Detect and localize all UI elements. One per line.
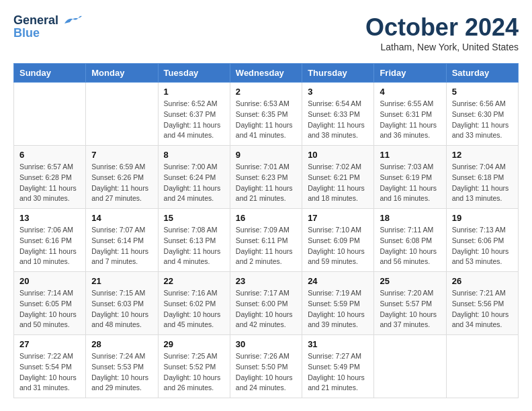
day-detail: Sunrise: 7:09 AMSunset: 6:11 PMDaylight:…: [236, 225, 296, 267]
title-block: October 2024 Latham, New York, United St…: [365, 13, 519, 52]
logo-bird-icon: [63, 15, 82, 26]
day-number: 12: [452, 150, 513, 160]
day-detail: Sunrise: 6:54 AMSunset: 6:33 PMDaylight:…: [308, 99, 368, 141]
day-number: 16: [236, 213, 296, 223]
day-number: 20: [19, 276, 80, 286]
day-detail: Sunrise: 7:22 AMSunset: 5:54 PMDaylight:…: [19, 351, 80, 394]
calendar-cell: 31Sunrise: 7:27 AMSunset: 5:49 PMDayligh…: [302, 335, 374, 398]
day-detail: Sunrise: 7:17 AMSunset: 6:00 PMDaylight:…: [236, 288, 296, 330]
weekday-header-thursday: Thursday: [302, 64, 374, 83]
day-detail: Sunrise: 7:26 AMSunset: 5:50 PMDaylight:…: [236, 351, 296, 394]
calendar-cell: 23Sunrise: 7:17 AMSunset: 6:00 PMDayligh…: [230, 272, 302, 335]
day-number: 13: [19, 213, 80, 223]
day-detail: Sunrise: 7:07 AMSunset: 6:14 PMDaylight:…: [91, 225, 152, 267]
calendar-cell: 26Sunrise: 7:21 AMSunset: 5:56 PMDayligh…: [446, 272, 518, 335]
day-detail: Sunrise: 7:06 AMSunset: 6:16 PMDaylight:…: [19, 225, 80, 267]
calendar-cell: 7Sunrise: 6:59 AMSunset: 6:26 PMDaylight…: [86, 146, 158, 209]
calendar-cell: 19Sunrise: 7:13 AMSunset: 6:06 PMDayligh…: [446, 209, 518, 272]
day-number: 27: [19, 339, 80, 349]
day-detail: Sunrise: 7:04 AMSunset: 6:18 PMDaylight:…: [452, 162, 513, 204]
day-number: 11: [380, 150, 440, 160]
day-detail: Sunrise: 7:11 AMSunset: 6:08 PMDaylight:…: [380, 225, 440, 267]
calendar-cell: 27Sunrise: 7:22 AMSunset: 5:54 PMDayligh…: [14, 335, 86, 398]
day-detail: Sunrise: 7:08 AMSunset: 6:13 PMDaylight:…: [164, 225, 224, 267]
day-detail: Sunrise: 7:16 AMSunset: 6:02 PMDaylight:…: [164, 288, 224, 330]
calendar-table: SundayMondayTuesdayWednesdayThursdayFrid…: [13, 63, 519, 398]
calendar-cell: 18Sunrise: 7:11 AMSunset: 6:08 PMDayligh…: [374, 209, 446, 272]
day-number: 3: [308, 87, 368, 97]
day-detail: Sunrise: 7:24 AMSunset: 5:53 PMDaylight:…: [91, 351, 152, 394]
day-detail: Sunrise: 7:00 AMSunset: 6:24 PMDaylight:…: [164, 162, 224, 204]
day-number: 10: [308, 150, 368, 160]
calendar-week-5: 27Sunrise: 7:22 AMSunset: 5:54 PMDayligh…: [14, 335, 519, 398]
calendar-cell: 10Sunrise: 7:02 AMSunset: 6:21 PMDayligh…: [302, 146, 374, 209]
page-header: General Blue October 2024 Latham, New Yo…: [13, 13, 519, 52]
day-number: 24: [308, 276, 368, 286]
day-number: 17: [308, 213, 368, 223]
calendar-cell: 21Sunrise: 7:15 AMSunset: 6:03 PMDayligh…: [86, 272, 158, 335]
day-number: 8: [164, 150, 224, 160]
day-detail: Sunrise: 6:52 AMSunset: 6:37 PMDaylight:…: [164, 99, 224, 141]
weekday-header-tuesday: Tuesday: [158, 64, 230, 83]
calendar-cell: [86, 83, 158, 146]
calendar-cell: [374, 335, 446, 398]
calendar-cell: 14Sunrise: 7:07 AMSunset: 6:14 PMDayligh…: [86, 209, 158, 272]
day-number: 19: [452, 213, 513, 223]
calendar-cell: 29Sunrise: 7:25 AMSunset: 5:52 PMDayligh…: [158, 335, 230, 398]
day-detail: Sunrise: 7:25 AMSunset: 5:52 PMDaylight:…: [164, 351, 224, 394]
day-number: 21: [91, 276, 152, 286]
day-number: 23: [236, 276, 296, 286]
calendar-cell: 20Sunrise: 7:14 AMSunset: 6:05 PMDayligh…: [14, 272, 86, 335]
day-number: 31: [308, 339, 368, 349]
calendar-cell: 16Sunrise: 7:09 AMSunset: 6:11 PMDayligh…: [230, 209, 302, 272]
day-number: 1: [164, 87, 224, 97]
day-number: 25: [380, 276, 440, 286]
day-number: 15: [164, 213, 224, 223]
day-detail: Sunrise: 7:21 AMSunset: 5:56 PMDaylight:…: [452, 288, 513, 330]
calendar-cell: 5Sunrise: 6:56 AMSunset: 6:30 PMDaylight…: [446, 83, 518, 146]
day-detail: Sunrise: 7:03 AMSunset: 6:19 PMDaylight:…: [380, 162, 440, 204]
day-detail: Sunrise: 7:10 AMSunset: 6:09 PMDaylight:…: [308, 225, 368, 267]
day-number: 2: [236, 87, 296, 97]
day-number: 29: [164, 339, 224, 349]
day-number: 14: [91, 213, 152, 223]
calendar-cell: [14, 83, 86, 146]
calendar-cell: 15Sunrise: 7:08 AMSunset: 6:13 PMDayligh…: [158, 209, 230, 272]
logo: General Blue: [13, 13, 82, 40]
weekday-header-sunday: Sunday: [14, 64, 86, 83]
weekday-header-friday: Friday: [374, 64, 446, 83]
day-number: 30: [236, 339, 296, 349]
weekday-header-monday: Monday: [86, 64, 158, 83]
calendar-cell: 12Sunrise: 7:04 AMSunset: 6:18 PMDayligh…: [446, 146, 518, 209]
month-title: October 2024: [365, 13, 519, 42]
calendar-cell: 17Sunrise: 7:10 AMSunset: 6:09 PMDayligh…: [302, 209, 374, 272]
day-detail: Sunrise: 7:27 AMSunset: 5:49 PMDaylight:…: [308, 351, 368, 394]
day-detail: Sunrise: 7:13 AMSunset: 6:06 PMDaylight:…: [452, 225, 513, 267]
weekday-header-saturday: Saturday: [446, 64, 518, 83]
day-detail: Sunrise: 6:56 AMSunset: 6:30 PMDaylight:…: [452, 99, 513, 141]
calendar-cell: 11Sunrise: 7:03 AMSunset: 6:19 PMDayligh…: [374, 146, 446, 209]
calendar-cell: 13Sunrise: 7:06 AMSunset: 6:16 PMDayligh…: [14, 209, 86, 272]
day-number: 9: [236, 150, 296, 160]
calendar-cell: [446, 335, 518, 398]
day-number: 28: [91, 339, 152, 349]
calendar-cell: 2Sunrise: 6:53 AMSunset: 6:35 PMDaylight…: [230, 83, 302, 146]
calendar-cell: 30Sunrise: 7:26 AMSunset: 5:50 PMDayligh…: [230, 335, 302, 398]
day-number: 5: [452, 87, 513, 97]
day-number: 7: [91, 150, 152, 160]
day-detail: Sunrise: 7:01 AMSunset: 6:23 PMDaylight:…: [236, 162, 296, 204]
calendar-cell: 24Sunrise: 7:19 AMSunset: 5:59 PMDayligh…: [302, 272, 374, 335]
weekday-header-wednesday: Wednesday: [230, 64, 302, 83]
calendar-week-2: 6Sunrise: 6:57 AMSunset: 6:28 PMDaylight…: [14, 146, 519, 209]
day-number: 22: [164, 276, 224, 286]
day-detail: Sunrise: 7:14 AMSunset: 6:05 PMDaylight:…: [19, 288, 80, 330]
day-detail: Sunrise: 6:59 AMSunset: 6:26 PMDaylight:…: [91, 162, 152, 204]
logo-general: General: [13, 13, 58, 27]
day-number: 6: [19, 150, 80, 160]
day-detail: Sunrise: 6:57 AMSunset: 6:28 PMDaylight:…: [19, 162, 80, 204]
calendar-cell: 4Sunrise: 6:55 AMSunset: 6:31 PMDaylight…: [374, 83, 446, 146]
calendar-week-1: 1Sunrise: 6:52 AMSunset: 6:37 PMDaylight…: [14, 83, 519, 146]
day-detail: Sunrise: 6:55 AMSunset: 6:31 PMDaylight:…: [380, 99, 440, 141]
day-number: 18: [380, 213, 440, 223]
calendar-week-3: 13Sunrise: 7:06 AMSunset: 6:16 PMDayligh…: [14, 209, 519, 272]
